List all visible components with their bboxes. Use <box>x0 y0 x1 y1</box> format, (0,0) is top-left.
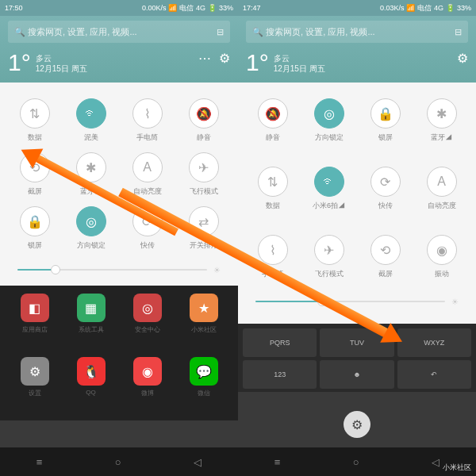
toggle-label: 锁屏 <box>28 240 42 251</box>
watermark: 小米社区 <box>443 463 471 473</box>
app-应用商店[interactable]: ◧应用商店 <box>6 294 63 338</box>
gear-icon[interactable]: ⚙ <box>457 51 468 66</box>
scan-icon[interactable]: ⊟ <box>455 27 462 37</box>
toggle-icon: ⌇ <box>132 98 163 129</box>
key[interactable]: WXYZ <box>397 328 471 357</box>
toggle-icon: 🔒 <box>20 206 50 236</box>
toggle-方向锁定[interactable]: ◎方向锁定 <box>301 94 357 148</box>
toggle-振动[interactable]: ◉振动 <box>413 230 470 284</box>
brightness-icon: ☀ <box>213 266 221 274</box>
app-安全中心[interactable]: ◎安全中心 <box>119 294 175 338</box>
app-icon: ▦ <box>77 294 106 322</box>
key[interactable]: ☻ <box>320 360 393 389</box>
toggle-icon: ⟲ <box>370 235 401 265</box>
toggle-icon: ◉ <box>427 235 457 265</box>
weather-widget[interactable]: 1° 多云12月15日 周五 ⚙ <box>246 51 468 75</box>
nav-bar: ≡ ○ ◁ <box>238 447 476 476</box>
more-icon[interactable]: ⋯ <box>198 51 211 66</box>
toggle-label: 方向锁定 <box>77 240 106 251</box>
app-微博[interactable]: ◉微博 <box>119 357 175 401</box>
quick-settings-panel: 🔕静音◎方向锁定🔒锁屏✱蓝牙◢⇅数据ᯤ小米6拍◢⟳快传A自动亮度⌇手电筒✈飞行模… <box>238 83 476 324</box>
toggle-label: 小米6拍◢ <box>313 201 345 211</box>
search-icon: 🔍 <box>252 27 263 37</box>
toggle-label: 静音 <box>197 132 211 143</box>
toggle-icon: 🔒 <box>370 98 401 129</box>
toggle-方向锁定[interactable]: ◎方向锁定 <box>63 202 119 255</box>
app-设置[interactable]: ⚙设置 <box>6 357 63 401</box>
key[interactable]: ↶ <box>397 360 471 389</box>
toggle-icon: A <box>427 167 457 197</box>
toggle-label: 蓝牙◢ <box>431 132 452 143</box>
toggle-蓝牙◢[interactable]: ✱蓝牙◢ <box>413 94 470 148</box>
status-bar: 17:47 0.03K/s📶电信 4G🔋33% <box>238 0 476 16</box>
nav-back-icon[interactable]: ◁ <box>194 456 202 468</box>
toggle-label: 飞行模式 <box>190 186 218 197</box>
app-icon: ⚙ <box>21 357 49 386</box>
brightness-slider[interactable]: ☀ <box>6 262 232 278</box>
app-小米社区[interactable]: ★小米社区 <box>175 294 232 338</box>
toggle-飞行模式[interactable]: ✈飞行模式 <box>301 230 357 284</box>
app-label: 微信 <box>198 389 210 397</box>
toggle-icon: ᯤ <box>314 167 344 197</box>
toggle-icon: ᯤ <box>76 98 106 129</box>
phone-right: 17:47 0.03K/s📶电信 4G🔋33% 🔍 搜索网页, 设置, 应用, … <box>238 0 476 476</box>
toggle-label: 快传 <box>140 240 155 251</box>
app-icon: 💬 <box>190 357 218 386</box>
toggle-icon: ⇅ <box>20 98 50 129</box>
toggle-截屏[interactable]: ⟲截屏 <box>357 230 413 284</box>
toggle-数据[interactable]: ⇅数据 <box>6 94 63 148</box>
weather-widget[interactable]: 1° 多云12月15日 周五 ⋯⚙ <box>8 51 230 75</box>
nav-menu-icon[interactable]: ≡ <box>274 456 281 468</box>
key[interactable]: PQRS <box>243 328 317 357</box>
gear-icon[interactable]: ⚙ <box>219 51 230 66</box>
toggle-数据[interactable]: ⇅数据 <box>244 162 301 216</box>
keyboard-settings-icon[interactable]: ⚙ <box>344 411 370 438</box>
toggle-锁屏[interactable]: 🔒锁屏 <box>357 94 413 148</box>
toggle-icon: ⟳ <box>370 167 401 197</box>
app-label: 应用商店 <box>22 325 48 334</box>
toggle-label: 振动 <box>435 269 449 279</box>
app-label: 系统工具 <box>79 325 104 334</box>
key[interactable]: 123 <box>243 360 317 389</box>
status-bar: 17:50 0.00K/s📶电信 4G🔋33% <box>0 0 238 16</box>
nav-home-icon[interactable]: ○ <box>115 456 121 468</box>
app-label: 微博 <box>141 389 154 397</box>
nav-bar: ≡ ○ ◁ <box>0 447 238 476</box>
toggle-icon: ⌇ <box>258 235 288 265</box>
app-icon: ◉ <box>133 357 162 386</box>
search-bar[interactable]: 🔍 搜索网页, 设置, 应用, 视频...⊟ <box>246 21 468 43</box>
app-QQ[interactable]: 🐧QQ <box>63 357 119 401</box>
toggle-icon: A <box>132 152 163 182</box>
toggle-锁屏[interactable]: 🔒锁屏 <box>6 202 63 255</box>
nav-home-icon[interactable]: ○ <box>353 456 359 468</box>
toggle-icon: 🔕 <box>189 98 219 129</box>
app-微信[interactable]: 💬微信 <box>175 357 232 401</box>
brightness-icon: ☀ <box>451 298 459 306</box>
toggle-小米6拍◢[interactable]: ᯤ小米6拍◢ <box>301 162 357 216</box>
toggle-飞行模式[interactable]: ✈飞行模式 <box>175 148 232 202</box>
toggle-label: 泥美 <box>84 132 98 143</box>
search-bar[interactable]: 🔍 搜索网页, 设置, 应用, 视频...⊟ <box>8 21 230 43</box>
app-icon: ★ <box>190 294 218 322</box>
brightness-slider[interactable]: ☀ <box>244 294 470 309</box>
scan-icon[interactable]: ⊟ <box>217 27 224 37</box>
toggle-快传[interactable]: ⟳快传 <box>357 162 413 216</box>
toggle-icon: 🔕 <box>258 98 288 129</box>
toggle-泥美[interactable]: ᯤ泥美 <box>63 94 119 148</box>
toggle-静音[interactable]: 🔕静音 <box>175 94 232 148</box>
app-icon: ◧ <box>21 294 49 322</box>
toggle-label: 手电筒 <box>136 132 158 143</box>
toggle-label: 截屏 <box>28 186 42 197</box>
toggle-icon: ◎ <box>76 206 106 236</box>
app-icon: 🐧 <box>77 357 106 386</box>
app-系统工具[interactable]: ▦系统工具 <box>63 294 119 338</box>
toggle-icon: ✈ <box>189 152 219 182</box>
toggle-自动亮度[interactable]: A自动亮度 <box>413 162 470 216</box>
nav-back-icon[interactable]: ◁ <box>432 456 440 468</box>
nav-menu-icon[interactable]: ≡ <box>36 456 43 468</box>
toggle-label: 截屏 <box>378 269 393 279</box>
toggle-静音[interactable]: 🔕静音 <box>244 94 301 148</box>
toggle-label: 方向锁定 <box>315 132 344 143</box>
keyboard-dim: PQRSTUVWXYZ 123☻↶ <box>238 324 476 392</box>
toggle-手电筒[interactable]: ⌇手电筒 <box>119 94 175 148</box>
